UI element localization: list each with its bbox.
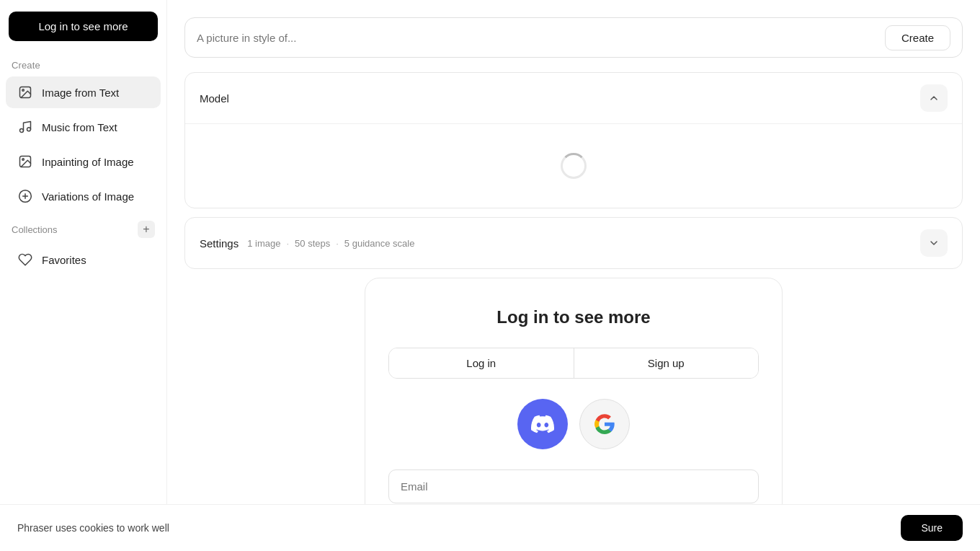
model-section-header: Model: [185, 73, 962, 123]
loading-area: [185, 123, 962, 208]
svg-point-5: [22, 159, 24, 161]
model-section-title: Model: [200, 92, 229, 105]
variations-icon: [17, 188, 33, 204]
spinner: [561, 153, 587, 179]
google-login-button[interactable]: [579, 399, 630, 449]
settings-guidance: 5 guidance scale: [344, 238, 415, 249]
discord-icon: [531, 413, 554, 436]
sidebar-item-inpainting-of-image[interactable]: Inpainting of Image: [6, 146, 161, 177]
log-in-tab[interactable]: Log in: [389, 348, 574, 378]
collections-label: Collections: [12, 224, 58, 235]
model-section: Model: [184, 72, 963, 208]
image-icon: [17, 84, 33, 100]
google-icon: [594, 414, 615, 434]
music-icon: [17, 119, 33, 135]
settings-info: Settings 1 image · 50 steps · 5 guidance…: [200, 237, 414, 250]
settings-title: Settings: [200, 237, 239, 250]
search-input[interactable]: [197, 32, 885, 44]
cookie-message: Phraser uses cookies to work well: [17, 522, 169, 534]
create-button[interactable]: Create: [885, 25, 950, 50]
sidebar-item-label: Favorites: [42, 254, 86, 266]
heart-icon: [17, 252, 33, 268]
login-tabs: Log in Sign up: [388, 348, 759, 379]
svg-point-2: [20, 129, 24, 133]
cookie-bar: Phraser uses cookies to work well Sure: [0, 504, 980, 551]
settings-expand-button[interactable]: [920, 229, 948, 257]
create-section-label: Create: [0, 53, 166, 75]
collections-row: Collections +: [0, 213, 166, 242]
social-buttons: [388, 399, 759, 449]
sidebar-item-music-from-text[interactable]: Music from Text: [6, 111, 161, 143]
svg-point-3: [27, 128, 31, 131]
discord-login-button[interactable]: [517, 399, 568, 449]
sidebar: Log in to see more Create Image from Tex…: [0, 0, 167, 551]
dot-sep-1: ·: [286, 238, 289, 249]
login-card-title: Log in to see more: [388, 307, 759, 327]
collections-add-button[interactable]: +: [138, 221, 155, 238]
sign-up-tab[interactable]: Sign up: [574, 348, 759, 378]
svg-point-1: [22, 89, 24, 92]
inpaint-icon: [17, 154, 33, 169]
sidebar-item-image-from-text[interactable]: Image from Text: [6, 76, 161, 108]
search-bar: Create: [184, 17, 963, 58]
dot-sep-2: ·: [336, 238, 339, 249]
sidebar-item-label: Variations of Image: [42, 190, 134, 203]
settings-section: Settings 1 image · 50 steps · 5 guidance…: [184, 217, 963, 269]
sidebar-item-favorites[interactable]: Favorites: [6, 244, 161, 276]
sidebar-item-label: Image from Text: [42, 87, 119, 99]
login-card: Log in to see more Log in Sign up: [365, 278, 783, 530]
log-in-to-see-more-button[interactable]: Log in to see more: [9, 12, 158, 41]
login-card-area: Log in to see more Log in Sign up: [184, 278, 963, 530]
sidebar-item-variations-of-image[interactable]: Variations of Image: [6, 180, 161, 212]
sidebar-item-label: Music from Text: [42, 121, 117, 133]
settings-section-header: Settings 1 image · 50 steps · 5 guidance…: [185, 218, 962, 268]
email-input[interactable]: [388, 470, 759, 503]
settings-images: 1 image: [247, 238, 280, 249]
sidebar-item-label: Inpainting of Image: [42, 156, 134, 168]
main-content: Create Model Settings 1 image · 50 steps…: [167, 0, 980, 551]
model-collapse-button[interactable]: [920, 84, 948, 112]
settings-steps: 50 steps: [295, 238, 330, 249]
sure-button[interactable]: Sure: [901, 515, 963, 541]
